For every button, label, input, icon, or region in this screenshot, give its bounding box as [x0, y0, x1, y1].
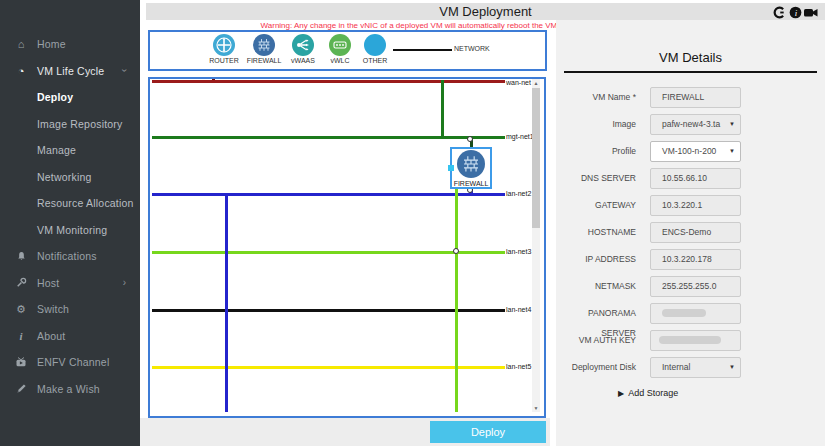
- vnic-endpoint-lan-net3[interactable]: [453, 248, 459, 254]
- field-row-dns-server: DNS SERVER 10.55.66.10: [556, 168, 825, 188]
- scrollbar-thumb[interactable]: [532, 88, 540, 228]
- palette-item-label: OTHER: [353, 57, 397, 64]
- deploy-button[interactable]: Deploy: [430, 421, 546, 443]
- field-label: Deployment Disk: [556, 357, 636, 377]
- network-label: mgt-net1: [506, 133, 534, 140]
- page-title: VM Deployment: [146, 4, 825, 19]
- sidebar-item-label: Image Repository: [37, 118, 123, 130]
- sidebar-item-vm-monitoring[interactable]: VM Monitoring: [0, 217, 140, 244]
- sidebar-item-host[interactable]: Host ›: [0, 270, 140, 297]
- vnic-link-wan-mgt[interactable]: [441, 80, 444, 138]
- gear-icon: ⚙: [12, 303, 30, 316]
- network-palette-label: NETWORK: [454, 45, 490, 52]
- sidebar-item-label: VM Life Cycle: [37, 65, 104, 77]
- network-label: lan-net3: [506, 248, 531, 255]
- gateway-input[interactable]: 10.3.220.1: [650, 195, 741, 216]
- network-line-mgt-net1[interactable]: [152, 136, 505, 139]
- sidebar-item-label: Host: [37, 277, 59, 289]
- sidebar-item-image-repository[interactable]: Image Repository: [0, 111, 140, 138]
- expand-triangle-icon: ▶: [618, 389, 624, 398]
- palette-item-label: FIREWALL: [242, 57, 286, 64]
- other-icon: [364, 34, 386, 56]
- sidebar-item-manage[interactable]: Manage: [0, 137, 140, 164]
- deployment-disk-select[interactable]: Internal▼: [650, 357, 741, 378]
- selected-value: Internal: [662, 362, 690, 372]
- firewall-vm-node[interactable]: FIREWALL: [450, 147, 492, 189]
- panorama-server-input[interactable]: [650, 303, 741, 324]
- header-icons: i: [772, 5, 818, 19]
- sidebar: ⌂ Home ◔ VM Life Cycle › Deploy Image Re…: [0, 0, 140, 446]
- firewall-icon: [253, 34, 275, 56]
- field-row-hostname: HOSTNAME ENCS-Demo: [556, 222, 825, 242]
- palette-item-router[interactable]: ROUTER: [202, 34, 246, 64]
- field-label: Image: [556, 114, 636, 134]
- profile-select[interactable]: VM-100-n-200▼: [650, 141, 741, 162]
- vnic-link-lan-net2-drop[interactable]: [225, 193, 228, 412]
- vwlc-icon: [329, 34, 351, 56]
- vm-name-input[interactable]: FIREWALL: [650, 87, 741, 108]
- vwaas-icon: [292, 34, 314, 56]
- wrench-icon: [12, 277, 30, 288]
- palette-item-label: ROUTER: [202, 57, 246, 64]
- panel-title-rule: [564, 71, 817, 73]
- topology-canvas[interactable]: wan-net mgt-net1 lan-net2 lan-net3 lan-n…: [148, 77, 546, 418]
- hostname-input[interactable]: ENCS-Demo: [650, 222, 741, 243]
- network-label: lan-net4: [506, 306, 531, 313]
- field-label: VM AUTH KEY: [556, 330, 636, 350]
- vnic-link-firewall-lan-net3[interactable]: [455, 165, 458, 412]
- sidebar-item-label: About: [37, 330, 65, 342]
- field-row-netmask: NETMASK 255.255.255.0: [556, 276, 825, 296]
- field-label: NETMASK: [556, 276, 636, 296]
- image-select[interactable]: pafw-new4-3.ta▼: [650, 114, 741, 135]
- add-storage-toggle[interactable]: ▶Add Storage: [618, 388, 678, 398]
- masked-value: [662, 309, 706, 317]
- chevron-down-icon: ›: [119, 69, 130, 72]
- sidebar-item-label: VM Monitoring: [37, 224, 107, 236]
- field-row-deployment-disk: Deployment Disk Internal▼: [556, 357, 825, 377]
- video-channel-icon: [12, 356, 30, 368]
- info-icon[interactable]: i: [788, 5, 802, 19]
- dns-server-input[interactable]: 10.55.66.10: [650, 168, 741, 189]
- field-row-image: Image pafw-new4-3.ta▼: [556, 114, 825, 134]
- info-icon: i: [12, 330, 30, 342]
- netmask-input[interactable]: 255.255.255.0: [650, 276, 741, 297]
- field-label: DNS SERVER: [556, 168, 636, 188]
- network-line-wan-net[interactable]: [152, 80, 505, 83]
- chevron-down-icon: ▼: [729, 358, 735, 377]
- vm-auth-key-input[interactable]: [650, 330, 741, 351]
- network-line-lan-net4[interactable]: [152, 309, 505, 312]
- firewall-icon: [457, 150, 485, 178]
- scroll-down-icon[interactable]: ▼: [532, 404, 540, 412]
- sidebar-item-networking[interactable]: Networking: [0, 164, 140, 191]
- selection-handle[interactable]: [448, 165, 454, 171]
- field-row-ip-address: IP ADDRESS 10.3.220.178: [556, 249, 825, 269]
- sidebar-item-enfv-channel[interactable]: ENFV Channel: [0, 349, 140, 376]
- chevron-right-icon: ›: [123, 277, 126, 288]
- sidebar-item-notifications[interactable]: Notifications: [0, 243, 140, 270]
- sidebar-item-vm-life-cycle[interactable]: ◔ VM Life Cycle ›: [0, 58, 140, 85]
- field-label: HOSTNAME: [556, 222, 636, 242]
- palette-item-other[interactable]: OTHER: [353, 34, 397, 64]
- sidebar-item-deploy[interactable]: Deploy: [0, 84, 140, 111]
- sidebar-item-about[interactable]: i About: [0, 323, 140, 350]
- sidebar-item-resource-allocation[interactable]: Resource Allocation: [0, 190, 140, 217]
- field-label: IP ADDRESS: [556, 249, 636, 269]
- sidebar-item-make-a-wish[interactable]: Make a Wish: [0, 376, 140, 403]
- sidebar-item-switch[interactable]: ⚙ Switch: [0, 296, 140, 323]
- bell-icon: [12, 251, 30, 262]
- palette-item-firewall[interactable]: FIREWALL: [242, 34, 286, 64]
- history-icon[interactable]: [772, 5, 786, 19]
- field-row-gateway: GATEWAY 10.3.220.1: [556, 195, 825, 215]
- ip-address-input[interactable]: 10.3.220.178: [650, 249, 741, 270]
- pencil-icon: [12, 383, 30, 394]
- canvas-scrollbar[interactable]: ▲ ▼: [532, 79, 540, 412]
- vnic-endpoint-mgt-net1[interactable]: [467, 136, 473, 142]
- network-line-lan-net2[interactable]: [152, 193, 505, 196]
- sidebar-item-home[interactable]: ⌂ Home: [0, 31, 140, 58]
- scroll-up-icon[interactable]: ▲: [532, 79, 540, 87]
- sidebar-item-label: Switch: [37, 303, 69, 315]
- camera-icon[interactable]: [804, 5, 818, 19]
- field-row-panorama-server: PANORAMA SERVER: [556, 303, 825, 323]
- network-line-lan-net5[interactable]: [152, 366, 505, 369]
- palette-item-network[interactable]: [393, 49, 452, 51]
